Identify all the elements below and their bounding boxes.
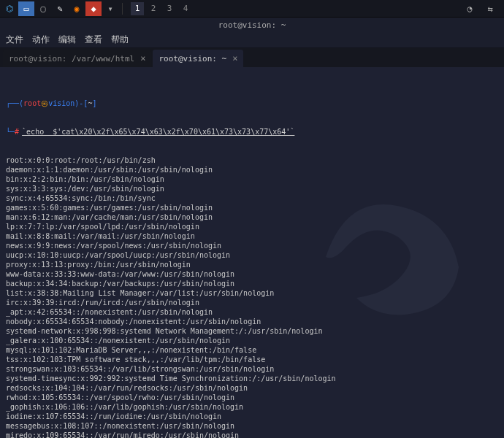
prompt-line-1: ┌──(root㉿vision)-[~] (6, 99, 498, 108)
close-icon[interactable]: × (140, 53, 145, 64)
close-icon[interactable]: × (232, 53, 237, 64)
output-line: proxy:x:13:13:proxy:/bin:/usr/sbin/nolog… (6, 260, 498, 269)
menu-edit[interactable]: 编辑 (58, 34, 76, 46)
output-line: strongswan:x:103:65534::/var/lib/strongs… (6, 364, 498, 374)
separator (122, 3, 123, 15)
switch-icon[interactable]: ⇆ (482, 1, 498, 16)
output-line: mail:x:8:8:mail:/var/mail:/usr/sbin/nolo… (6, 231, 498, 241)
desk-1[interactable]: 1 (131, 2, 144, 15)
output-line: mysql:x:101:102:MariaDB Server,,,:/nonex… (6, 345, 498, 355)
prompt-symbol: # (15, 127, 19, 137)
tab-1-label: root@vision: ~ (159, 54, 226, 64)
output-line: systemd-network:x:998:998:systemd Networ… (6, 326, 498, 336)
output-line: man:x:6:12:man:/var/cache/man:/usr/sbin/… (6, 212, 498, 222)
output-line: nobody:x:65534:65534:nobody:/nonexistent… (6, 317, 498, 326)
notify-icon[interactable]: ◔ (462, 1, 478, 16)
output-line: iodine:x:107:65534::/run/iodine:/usr/sbi… (6, 412, 498, 421)
window-titlebar[interactable]: root@vision: ~ (0, 18, 504, 32)
menu-action[interactable]: 动作 (32, 34, 50, 46)
tab-1[interactable]: root@vision: ~ × (153, 50, 243, 67)
output-line: rwhod:x:105:65534::/var/spool/rwho:/usr/… (6, 393, 498, 402)
output-line: miredo:x:109:65534::/var/run/miredo:/usr… (6, 431, 498, 438)
output-line: list:x:38:38:Mailing List Manager:/var/l… (6, 288, 498, 298)
output-line: _gophish:x:106:106::/var/lib/gophish:/us… (6, 402, 498, 412)
output-line: uucp:x:10:10:uucp:/var/spool/uucp:/usr/s… (6, 250, 498, 260)
desk-4[interactable]: 4 (179, 2, 192, 15)
firefox-icon[interactable]: ◉ (69, 1, 85, 16)
tabbar: root@vision: /var/www/html × root@vision… (0, 48, 504, 67)
terminal-viewport[interactable]: ┌──(root㉿vision)-[~] └─# `echo $'cat\x20… (0, 67, 504, 438)
taskbar: ⌬ ▭ ▢ ✎ ◉ ◆ ▾ 1 2 3 4 ◔ ⇆ (0, 0, 504, 18)
terminal-output: root:x:0:0:root:/root:/usr/bin/zshdaemon… (6, 155, 498, 438)
output-line: backup:x:34:34:backup:/var/backups:/usr/… (6, 279, 498, 288)
command-text: `echo $'cat\x20\x2f\x65\x74\x63\x2f\x70\… (22, 127, 294, 137)
terminal-icon[interactable]: ▢ (35, 1, 51, 16)
output-line: irc:x:39:39:ircd:/run/ircd:/usr/sbin/nol… (6, 298, 498, 307)
prompt-user: root (23, 99, 41, 108)
desk-2[interactable]: 2 (147, 2, 160, 15)
menubar: 文件 动作 编辑 查看 帮助 (0, 32, 504, 48)
window-title: root@vision: ~ (218, 20, 286, 30)
output-line: messagebus:x:108:107::/nonexistent:/usr/… (6, 421, 498, 431)
record-icon[interactable]: ◆ (85, 1, 102, 16)
output-line: root:x:0:0:root:/root:/usr/bin/zsh (6, 155, 498, 165)
text-icon[interactable]: ✎ (52, 1, 68, 16)
prompt-host: vision (48, 99, 75, 108)
menu-file[interactable]: 文件 (6, 34, 23, 46)
output-line: _galera:x:100:65534::/nonexistent:/usr/s… (6, 336, 498, 345)
output-line: daemon:x:1:1:daemon:/usr/sbin:/usr/sbin/… (6, 165, 498, 174)
files-icon[interactable]: ▭ (18, 1, 34, 16)
menu-view[interactable]: 查看 (85, 34, 102, 46)
menu-help[interactable]: 帮助 (111, 34, 129, 46)
output-line: sys:x:3:3:sys:/dev:/usr/sbin/nologin (6, 184, 498, 193)
output-line: games:x:5:60:games:/usr/games:/usr/sbin/… (6, 203, 498, 212)
output-line: redsocks:x:104:104::/var/run/redsocks:/u… (6, 383, 498, 393)
desktop-switcher: 1 2 3 4 (131, 2, 192, 15)
tab-0-label: root@vision: /var/www/html (9, 54, 134, 64)
taskbar-left: ⌬ ▭ ▢ ✎ ◉ ◆ ▾ 1 2 3 4 (0, 1, 192, 16)
desk-3[interactable]: 3 (163, 2, 176, 15)
output-line: lp:x:7:7:lp:/var/spool/lpd:/usr/sbin/nol… (6, 222, 498, 231)
output-line: news:x:9:9:news:/var/spool/news:/usr/sbi… (6, 241, 498, 250)
terminal-window: root@vision: ~ 文件 动作 编辑 查看 帮助 root@visio… (0, 18, 504, 438)
tab-0[interactable]: root@vision: /var/www/html × (3, 50, 151, 67)
taskbar-right: ◔ ⇆ (462, 1, 504, 16)
output-line: _apt:x:42:65534::/nonexistent:/usr/sbin/… (6, 307, 498, 317)
prompt-line-2: └─# `echo $'cat\x20\x2f\x65\x74\x63\x2f\… (6, 127, 498, 137)
output-line: www-data:x:33:33:www-data:/var/www:/usr/… (6, 269, 498, 279)
output-line: tss:x:102:103:TPM software stack,,,:/var… (6, 355, 498, 364)
output-line: systemd-timesync:x:992:992:systemd Time … (6, 374, 498, 383)
kali-icon[interactable]: ⌬ (1, 1, 18, 16)
output-line: sync:x:4:65534:sync:/bin:/bin/sync (6, 193, 498, 203)
output-line: bin:x:2:2:bin:/bin:/usr/sbin/nologin (6, 174, 498, 184)
dropdown-icon[interactable]: ▾ (102, 1, 118, 16)
